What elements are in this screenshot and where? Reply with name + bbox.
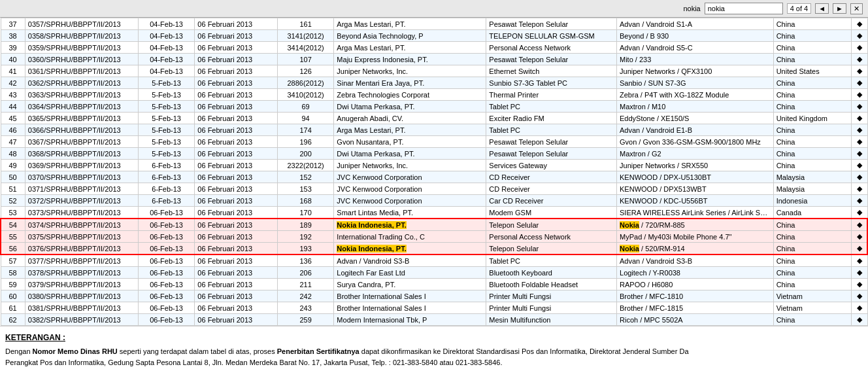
table-row: 410361/SPRHU/BBPPT/II/201304-Feb-1306 Fe… — [1, 65, 867, 77]
table-cell: Modem GSM — [486, 207, 617, 219]
close-search-button[interactable]: ✕ — [850, 3, 863, 14]
prev-page-button[interactable]: ◄ — [815, 3, 829, 14]
table-cell: Indonesia — [773, 195, 852, 207]
table-row: 620382/SPRHU/BBPPT/II/201306-Feb-1306 Fe… — [1, 314, 867, 326]
table-cell: ◆ — [852, 183, 867, 195]
table-cell: 06 Februari 2013 — [195, 243, 277, 255]
table-cell: 06 Februari 2013 — [195, 148, 277, 160]
table-cell: Malaysia — [773, 171, 852, 183]
table-cell: China — [773, 314, 852, 326]
table-row: 420362/SPRHU/BBPPT/II/20135-Feb-1306 Feb… — [1, 77, 867, 89]
table-cell: 2322(2012) — [277, 160, 334, 171]
table-cell: Zebra / P4T with XG-182Z Module — [617, 89, 774, 101]
table-cell: 06 Februari 2013 — [195, 314, 277, 326]
table-row: 530373/SPRHU/BBPPT/II/201306-Feb-1306 Fe… — [1, 207, 867, 219]
table-row: 590379/SPRHU/BBPPT/II/201306-Feb-1306 Fe… — [1, 279, 867, 290]
table-cell: China — [773, 42, 852, 54]
table-cell: Dwi Utama Perkasa, PT. — [334, 101, 486, 113]
table-cell: Gvon Nusantara, PT. — [334, 136, 486, 148]
table-cell: 06-Feb-13 — [138, 254, 195, 267]
table-cell: United States — [773, 65, 852, 77]
table-cell: 60 — [1, 290, 25, 302]
table-cell: Zebra Technologies Corporat — [334, 89, 486, 101]
table-cell: 06 Februari 2013 — [195, 54, 277, 65]
table-cell: ◆ — [852, 219, 867, 231]
table-cell: Printer Multi Fungsi — [486, 302, 617, 314]
footer-text: Dengan Nomor Memo Dinas RHU seperti yang… — [5, 346, 863, 368]
table-cell: 46 — [1, 124, 25, 136]
table-cell: 47 — [1, 136, 25, 148]
table-cell: 107 — [277, 54, 334, 65]
table-cell: 3414(2012) — [277, 42, 334, 54]
main-container: nokia 4 of 4 ◄ ► ✕ 370357/SPRHU/BBPPT/II… — [0, 0, 868, 373]
table-cell: 192 — [277, 231, 334, 243]
table-row: 480368/SPRHU/BBPPT/II/20135-Feb-1306 Feb… — [1, 148, 867, 160]
table-cell: 0379/SPRHU/BBPPT/II/2013 — [25, 279, 138, 290]
table-row: 440364/SPRHU/BBPPT/II/20135-Feb-1306 Feb… — [1, 101, 867, 113]
table-cell: Logitech Far East Ltd — [334, 267, 486, 279]
table-cell: ◆ — [852, 124, 867, 136]
table-cell: CD Receiver — [486, 183, 617, 195]
table-cell: 06 Februari 2013 — [195, 183, 277, 195]
table-cell: 56 — [1, 243, 25, 255]
table-cell: Modern Internasional Tbk, P — [334, 314, 486, 326]
table-cell: Beyond / B 930 — [617, 30, 774, 42]
table-cell: 0365/SPRHU/BBPPT/II/2013 — [25, 113, 138, 124]
table-cell: 38 — [1, 30, 25, 42]
table-cell: ◆ — [852, 290, 867, 302]
table-cell: 04-Feb-13 — [138, 65, 195, 77]
table-cell: 136 — [277, 254, 334, 267]
table-cell: ◆ — [852, 254, 867, 267]
table-row: 510371/SPRHU/BBPPT/II/20136-Feb-1306 Feb… — [1, 183, 867, 195]
table-cell: Personal Access Network — [486, 42, 617, 54]
table-row: 580378/SPRHU/BBPPT/II/201306-Feb-1306 Fe… — [1, 267, 867, 279]
table-cell: 06 Februari 2013 — [195, 195, 277, 207]
table-cell: International Trading Co., C — [334, 231, 486, 243]
table-cell: 45 — [1, 113, 25, 124]
table-cell: Tablet PC — [486, 124, 617, 136]
search-input[interactable] — [705, 3, 783, 14]
table-cell: 0366/SPRHU/BBPPT/II/2013 — [25, 124, 138, 136]
table-cell: 200 — [277, 148, 334, 160]
table-cell: 5-Feb-13 — [138, 124, 195, 136]
table-cell: 0371/SPRHU/BBPPT/II/2013 — [25, 183, 138, 195]
table-cell: 5-Feb-13 — [138, 136, 195, 148]
table-row: 520372/SPRHU/BBPPT/II/20136-Feb-1306 Feb… — [1, 195, 867, 207]
next-page-button[interactable]: ► — [833, 3, 846, 14]
table-cell: Mito / 233 — [617, 54, 774, 65]
table-cell: 5-Feb-13 — [138, 77, 195, 89]
table-cell: CD Receiver — [486, 171, 617, 183]
table-cell: 0372/SPRHU/BBPPT/II/2013 — [25, 195, 138, 207]
table-cell: 242 — [277, 290, 334, 302]
table-cell: 0363/SPRHU/BBPPT/II/2013 — [25, 89, 138, 101]
table-cell: Malaysia — [773, 183, 852, 195]
table-cell: 0358/SPRHU/BBPPT/II/2013 — [25, 30, 138, 42]
table-cell: ◆ — [852, 267, 867, 279]
table-cell: 43 — [1, 89, 25, 101]
table-row: 400360/SPRHU/BBPPT/II/201304-Feb-1306 Fe… — [1, 54, 867, 65]
table-cell: Tablet PC — [486, 101, 617, 113]
table-cell: Juniper Networks / SRX550 — [617, 160, 774, 171]
table-cell: Sanbio / SUN S7-3G — [617, 77, 774, 89]
table-cell: Surya Candra, PT. — [334, 279, 486, 290]
table-cell: 170 — [277, 207, 334, 219]
table-cell: 37 — [1, 18, 25, 30]
table-cell: 6-Feb-13 — [138, 171, 195, 183]
table-cell: ◆ — [852, 113, 867, 124]
table-cell: Gvon / Gvon 336-GSM-GSM-900/1800 MHz — [617, 136, 774, 148]
table-cell: Maxtron / G2 — [617, 148, 774, 160]
table-cell: Telepon Selular — [486, 243, 617, 255]
data-table: 370357/SPRHU/BBPPT/II/201304-Feb-1306 Fe… — [0, 18, 868, 326]
table-cell: Pesawat Telepon Selular — [486, 18, 617, 30]
table-cell: 0373/SPRHU/BBPPT/II/2013 — [25, 207, 138, 219]
table-cell: 06 Februari 2013 — [195, 30, 277, 42]
nokia-company-highlight: Nokia Indonesia, PT. — [337, 245, 406, 253]
table-cell: 41 — [1, 65, 25, 77]
table-cell: 06 Februari 2013 — [195, 113, 277, 124]
table-cell: JVC Kenwood Corporation — [334, 171, 486, 183]
table-cell: ◆ — [852, 89, 867, 101]
table-cell: Ricoh / MPC 5502A — [617, 314, 774, 326]
table-cell: China — [773, 30, 852, 42]
table-cell: China — [773, 254, 852, 267]
table-cell: ◆ — [852, 171, 867, 183]
